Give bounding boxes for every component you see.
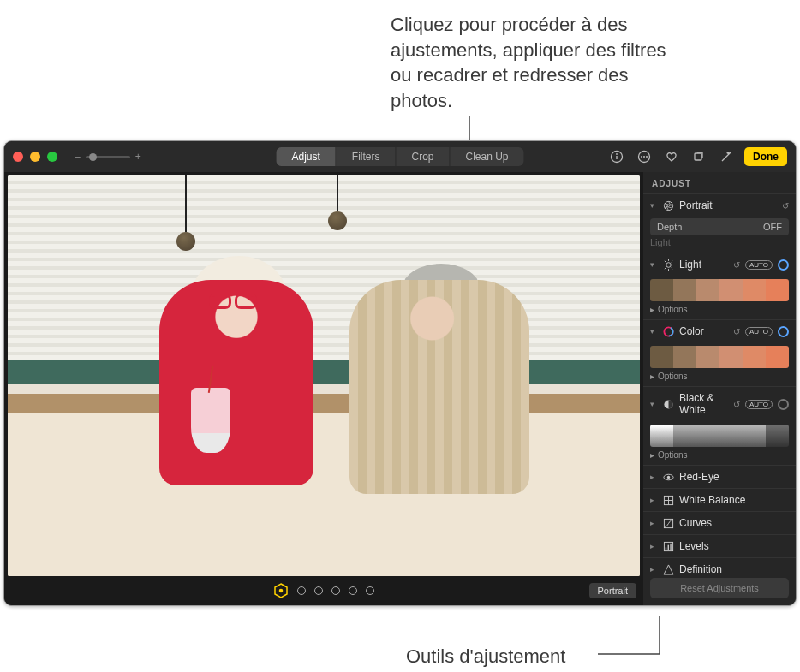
tab-filters[interactable]: Filters [337, 147, 397, 166]
light-enable-ring[interactable] [778, 259, 789, 271]
color-thumb-strip[interactable] [650, 346, 789, 368]
chevron-down-icon: ▾ [650, 201, 657, 210]
svg-point-9 [279, 589, 284, 593]
aperture-icon [662, 199, 674, 211]
bw-thumb-strip[interactable] [650, 425, 789, 447]
panel-light: ▾ Light ↺ AUTO ▸ Options [643, 253, 796, 314]
info-button[interactable] [607, 147, 626, 166]
row-definition[interactable]: ▸ Definition [643, 557, 796, 578]
panel-color-header[interactable]: ▾ Color ↺ AUTO [643, 320, 796, 342]
chevron-right-icon: ▸ [650, 372, 654, 381]
edit-mode-tabs: Adjust Filters Crop Clean Up [276, 147, 523, 166]
row-definition-label: Definition [679, 563, 789, 575]
svg-line-19 [671, 260, 672, 261]
panel-light-header[interactable]: ▾ Light ↺ AUTO [643, 253, 796, 276]
photo-counter-top [8, 384, 640, 394]
depth-value: OFF [763, 222, 782, 232]
callout-bottom: Outils d'ajustement [406, 645, 565, 668]
sun-icon [662, 259, 674, 271]
portrait-lighting-option[interactable] [314, 586, 323, 595]
photo-person1-glasses [209, 294, 257, 309]
panel-bw-header[interactable]: ▾ Black & White ↺ AUTO [643, 387, 796, 421]
more-button[interactable] [635, 147, 654, 166]
portrait-lighting-option[interactable] [349, 586, 357, 595]
reset-bw-icon[interactable]: ↺ [733, 400, 740, 409]
light-options-toggle[interactable]: ▸ Options [650, 305, 789, 314]
row-red-eye-label: Red-Eye [679, 471, 789, 483]
svg-point-10 [664, 201, 672, 210]
portrait-lighting-picker[interactable] [273, 583, 374, 598]
photo-preview[interactable] [8, 175, 640, 576]
zoom-slider[interactable]: – + [75, 151, 141, 163]
reset-portrait-icon[interactable]: ↺ [782, 201, 789, 211]
photo-person2 [349, 280, 529, 494]
svg-point-4 [641, 156, 642, 158]
svg-rect-1 [616, 156, 617, 159]
favorite-button[interactable] [662, 147, 681, 166]
chevron-down-icon: ▾ [650, 327, 657, 336]
photo-counter-edge [8, 394, 640, 413]
sidebar-scroll[interactable]: ▾ Portrait ↺ Depth OFF Light [643, 193, 796, 578]
panel-bw: ▾ Black & White ↺ AUTO ▸ Opti [643, 386, 796, 460]
svg-rect-30 [670, 543, 671, 550]
tab-cleanup[interactable]: Clean Up [451, 147, 524, 166]
sidebar-title: ADJUST [643, 172, 796, 193]
chevron-right-icon: ▸ [650, 519, 657, 527]
curves-icon [662, 517, 674, 529]
svg-line-16 [664, 260, 665, 261]
bw-enable-ring[interactable] [778, 399, 789, 410]
row-curves[interactable]: ▸ Curves [643, 511, 796, 534]
portrait-lighting-option[interactable] [331, 586, 340, 595]
panel-portrait-header[interactable]: ▾ Portrait ↺ [643, 194, 796, 217]
enhance-button[interactable] [717, 147, 736, 166]
definition-icon [662, 563, 674, 575]
depth-label: Depth [657, 222, 682, 232]
done-button[interactable]: Done [744, 147, 787, 166]
adjust-sidebar: ADJUST ▾ Portrait ↺ Depth OFF [643, 172, 796, 605]
minimize-window-button[interactable] [30, 152, 40, 162]
reset-color-icon[interactable]: ↺ [733, 327, 740, 336]
color-wheel-icon [662, 325, 674, 337]
chevron-right-icon: ▸ [650, 496, 657, 504]
zoom-window-button[interactable] [47, 152, 57, 162]
light-thumb-strip[interactable] [650, 279, 789, 301]
zoom-thumb[interactable] [89, 153, 97, 161]
chevron-right-icon: ▸ [650, 305, 654, 314]
tab-crop[interactable]: Crop [396, 147, 450, 166]
external-button[interactable] [690, 147, 708, 166]
chevron-right-icon: ▸ [650, 450, 654, 460]
close-window-button[interactable] [13, 152, 23, 162]
eye-icon [662, 471, 674, 483]
svg-line-18 [664, 267, 665, 268]
row-white-balance[interactable]: ▸ White Balance [643, 488, 796, 511]
portrait-light-row: Light [650, 237, 789, 247]
row-red-eye[interactable]: ▸ Red-Eye [643, 465, 796, 488]
toolbar-right: Done [607, 147, 787, 166]
color-enable-ring[interactable] [778, 326, 789, 337]
bw-options-toggle[interactable]: ▸ Options [650, 450, 789, 460]
photos-edit-window: – + Adjust Filters Crop Clean Up [3, 140, 797, 606]
main-area: Portrait ADJUST ▾ Portrait ↺ D [4, 172, 796, 605]
window-controls [13, 152, 57, 162]
portrait-lighting-option[interactable] [297, 586, 306, 595]
reset-adjustments-button[interactable]: Reset Adjustments [650, 578, 789, 598]
reset-light-icon[interactable]: ↺ [733, 260, 740, 270]
chevron-down-icon: ▾ [650, 400, 657, 408]
portrait-lighting-selected-icon[interactable] [273, 583, 289, 598]
auto-light-button[interactable]: AUTO [745, 260, 773, 270]
levels-icon [662, 540, 674, 552]
chevron-right-icon: ▸ [650, 542, 657, 550]
zoom-track[interactable] [86, 156, 130, 158]
color-options-toggle[interactable]: ▸ Options [650, 372, 789, 381]
depth-row[interactable]: Depth OFF [650, 218, 789, 235]
tab-adjust[interactable]: Adjust [276, 147, 336, 166]
portrait-lighting-option[interactable] [366, 586, 374, 595]
portrait-badge[interactable]: Portrait [589, 583, 636, 598]
auto-color-button[interactable]: AUTO [745, 327, 773, 336]
auto-bw-button[interactable]: AUTO [745, 400, 773, 409]
row-levels[interactable]: ▸ Levels [643, 534, 796, 557]
svg-rect-29 [667, 544, 668, 550]
row-white-balance-label: White Balance [679, 494, 789, 506]
titlebar: – + Adjust Filters Crop Clean Up [4, 141, 796, 172]
panel-bw-label: Black & White [679, 392, 728, 416]
